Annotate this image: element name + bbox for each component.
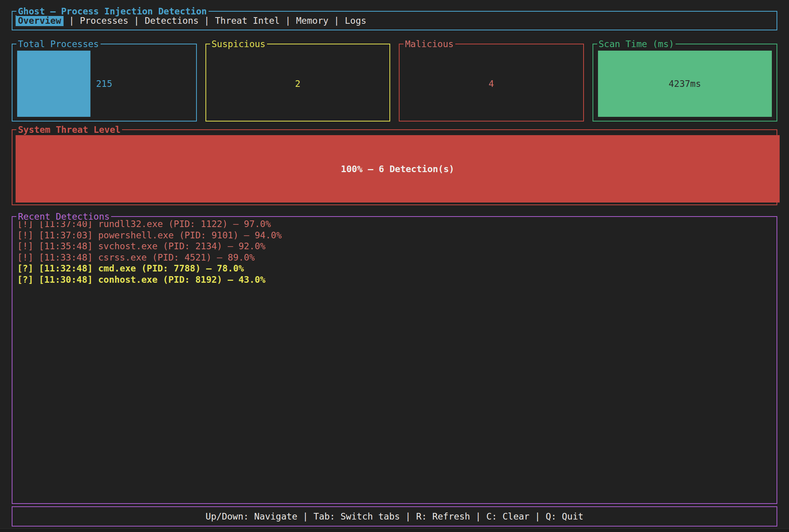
tab-logs[interactable]: Logs	[345, 16, 366, 26]
stat-card-malicious: Malicious 4	[399, 44, 584, 122]
detections-panel: Recent Detections [!] [11:37:40] rundll3…	[12, 216, 777, 504]
detection-row[interactable]: [!] [11:37:03] powershell.exe (PID: 9101…	[17, 230, 777, 241]
tab-overview[interactable]: Overview	[16, 15, 64, 26]
stat-gauge: 215	[17, 51, 191, 117]
tab-separator: |	[285, 16, 291, 26]
tab-separator: |	[69, 16, 74, 26]
stat-title: Scan Time (ms)	[597, 39, 676, 49]
stat-gauge: 4237ms	[598, 51, 772, 117]
detection-row[interactable]: [?] [11:30:48] conhost.exe (PID: 8192) —…	[17, 274, 777, 285]
detection-row[interactable]: [!] [11:37:40] rundll32.exe (PID: 1122) …	[17, 218, 777, 230]
app-window: Ghost — Process Injection Detection Over…	[0, 0, 789, 532]
app-title: Ghost — Process Injection Detection	[16, 7, 209, 16]
window-bottom-edge	[0, 528, 789, 532]
stat-title: Total Processes	[16, 39, 101, 49]
header-panel: Ghost — Process Injection Detection Over…	[12, 11, 777, 30]
tab-processes[interactable]: Processes	[80, 16, 129, 26]
detections-list: [!] [11:37:40] rundll32.exe (PID: 1122) …	[12, 217, 777, 285]
stat-title: Malicious	[403, 39, 455, 49]
threat-level-bar: 100% — 6 Detection(s)	[16, 135, 780, 203]
stat-card-scan-time: Scan Time (ms) 4237ms	[593, 44, 778, 122]
status-help-text: Up/Down: Navigate | Tab: Switch tabs | R…	[205, 511, 583, 521]
detection-row[interactable]: [?] [11:32:48] cmd.exe (PID: 7788) — 78.…	[17, 263, 777, 274]
stat-value: 4	[404, 51, 578, 117]
tab-detections[interactable]: Detections	[145, 16, 198, 26]
stat-card-total-processes: Total Processes 215	[12, 44, 197, 122]
tab-separator: |	[334, 16, 340, 26]
threat-level-label: 100% — 6 Detection(s)	[341, 164, 455, 174]
tab-separator: |	[134, 16, 139, 26]
tab-separator: |	[204, 16, 210, 26]
tab-memory[interactable]: Memory	[296, 16, 329, 26]
stat-gauge: 2	[211, 51, 385, 117]
stat-card-suspicious: Suspicious 2	[205, 44, 391, 122]
detections-title: Recent Detections	[16, 212, 111, 221]
status-bar: Up/Down: Navigate | Tab: Switch tabs | R…	[12, 506, 777, 527]
threat-level-panel: System Threat Level 100% — 6 Detection(s…	[12, 129, 777, 205]
stats-row: Total Processes 215 Suspicious 2 Malicio…	[12, 44, 777, 122]
stat-gauge: 4	[404, 51, 578, 117]
stat-value: 2	[211, 51, 385, 117]
tab-threat-intel[interactable]: Threat Intel	[215, 16, 280, 26]
threat-level-title: System Threat Level	[16, 125, 122, 134]
stat-value: 4237ms	[598, 51, 772, 117]
detection-row[interactable]: [!] [11:35:48] svchost.exe (PID: 2134) —…	[17, 241, 777, 252]
detection-row[interactable]: [!] [11:33:48] csrss.exe (PID: 4521) — 8…	[17, 252, 777, 263]
stat-title: Suspicious	[210, 39, 267, 49]
stat-value: 215	[17, 51, 191, 117]
